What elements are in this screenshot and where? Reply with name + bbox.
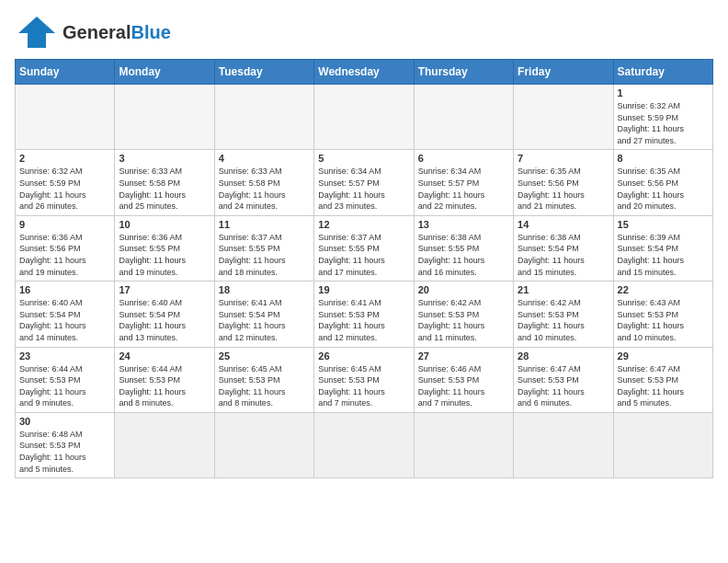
calendar-cell: 1Sunrise: 6:32 AM Sunset: 5:59 PM Daylig… bbox=[613, 85, 712, 150]
calendar-cell bbox=[214, 412, 313, 477]
day-info: Sunrise: 6:32 AM Sunset: 5:59 PM Dayligh… bbox=[618, 100, 709, 146]
day-number: 20 bbox=[418, 284, 509, 295]
day-number: 16 bbox=[19, 284, 110, 295]
calendar-cell: 11Sunrise: 6:37 AM Sunset: 5:55 PM Dayli… bbox=[214, 215, 313, 281]
day-info: Sunrise: 6:37 AM Sunset: 5:55 PM Dayligh… bbox=[219, 232, 310, 278]
calendar-cell: 28Sunrise: 6:47 AM Sunset: 5:53 PM Dayli… bbox=[514, 347, 613, 412]
day-info: Sunrise: 6:36 AM Sunset: 5:56 PM Dayligh… bbox=[19, 232, 110, 278]
day-info: Sunrise: 6:46 AM Sunset: 5:53 PM Dayligh… bbox=[418, 363, 509, 409]
calendar-cell: 6Sunrise: 6:34 AM Sunset: 5:57 PM Daylig… bbox=[414, 150, 513, 215]
day-number: 8 bbox=[618, 153, 709, 164]
calendar-cell: 17Sunrise: 6:40 AM Sunset: 5:54 PM Dayli… bbox=[115, 282, 214, 347]
calendar-cell: 3Sunrise: 6:33 AM Sunset: 5:58 PM Daylig… bbox=[115, 150, 214, 215]
calendar-cell: 25Sunrise: 6:45 AM Sunset: 5:53 PM Dayli… bbox=[214, 347, 313, 412]
calendar-cell bbox=[115, 412, 214, 477]
calendar-cell bbox=[115, 85, 214, 150]
calendar-cell: 4Sunrise: 6:33 AM Sunset: 5:58 PM Daylig… bbox=[214, 150, 313, 215]
calendar-week-5: 30Sunrise: 6:48 AM Sunset: 5:53 PM Dayli… bbox=[16, 412, 713, 477]
calendar-cell: 21Sunrise: 6:42 AM Sunset: 5:53 PM Dayli… bbox=[514, 282, 613, 347]
day-info: Sunrise: 6:34 AM Sunset: 5:57 PM Dayligh… bbox=[418, 166, 509, 212]
weekday-header-wednesday: Wednesday bbox=[314, 60, 414, 85]
day-number: 24 bbox=[119, 350, 210, 362]
calendar-week-2: 9Sunrise: 6:36 AM Sunset: 5:56 PM Daylig… bbox=[16, 215, 713, 281]
calendar-cell: 19Sunrise: 6:41 AM Sunset: 5:53 PM Dayli… bbox=[314, 282, 414, 347]
day-number: 2 bbox=[19, 153, 110, 164]
day-info: Sunrise: 6:35 AM Sunset: 5:56 PM Dayligh… bbox=[618, 166, 709, 212]
calendar-cell: 29Sunrise: 6:47 AM Sunset: 5:53 PM Dayli… bbox=[613, 347, 712, 412]
calendar-cell bbox=[414, 412, 513, 477]
svg-marker-0 bbox=[18, 17, 55, 48]
calendar-cell bbox=[514, 412, 613, 477]
day-number: 17 bbox=[119, 284, 210, 295]
day-info: Sunrise: 6:44 AM Sunset: 5:53 PM Dayligh… bbox=[119, 363, 210, 409]
day-info: Sunrise: 6:44 AM Sunset: 5:53 PM Dayligh… bbox=[19, 363, 110, 409]
day-number: 4 bbox=[219, 153, 310, 164]
weekday-header-friday: Friday bbox=[514, 60, 613, 85]
calendar-cell: 24Sunrise: 6:44 AM Sunset: 5:53 PM Dayli… bbox=[115, 347, 214, 412]
day-info: Sunrise: 6:38 AM Sunset: 5:54 PM Dayligh… bbox=[518, 232, 609, 278]
calendar-cell bbox=[514, 85, 613, 150]
logo-icon bbox=[15, 15, 59, 50]
day-number: 5 bbox=[318, 153, 409, 164]
calendar-cell bbox=[613, 412, 712, 477]
calendar-cell bbox=[314, 412, 414, 477]
day-info: Sunrise: 6:40 AM Sunset: 5:54 PM Dayligh… bbox=[19, 297, 110, 343]
day-info: Sunrise: 6:47 AM Sunset: 5:53 PM Dayligh… bbox=[518, 363, 609, 409]
day-number: 1 bbox=[618, 87, 709, 98]
day-info: Sunrise: 6:38 AM Sunset: 5:55 PM Dayligh… bbox=[418, 232, 509, 278]
day-number: 26 bbox=[318, 350, 409, 362]
calendar-week-1: 2Sunrise: 6:32 AM Sunset: 5:59 PM Daylig… bbox=[16, 150, 713, 215]
day-number: 6 bbox=[418, 153, 509, 164]
calendar-cell: 13Sunrise: 6:38 AM Sunset: 5:55 PM Dayli… bbox=[414, 215, 513, 281]
day-info: Sunrise: 6:32 AM Sunset: 5:59 PM Dayligh… bbox=[19, 166, 110, 212]
calendar-week-0: 1Sunrise: 6:32 AM Sunset: 5:59 PM Daylig… bbox=[16, 85, 713, 150]
calendar-cell: 2Sunrise: 6:32 AM Sunset: 5:59 PM Daylig… bbox=[16, 150, 115, 215]
calendar-cell bbox=[414, 85, 513, 150]
day-info: Sunrise: 6:48 AM Sunset: 5:53 PM Dayligh… bbox=[19, 429, 110, 475]
day-info: Sunrise: 6:43 AM Sunset: 5:53 PM Dayligh… bbox=[618, 297, 709, 343]
calendar-cell: 10Sunrise: 6:36 AM Sunset: 5:55 PM Dayli… bbox=[115, 215, 214, 281]
calendar-cell: 7Sunrise: 6:35 AM Sunset: 5:56 PM Daylig… bbox=[514, 150, 613, 215]
calendar-cell bbox=[16, 85, 115, 150]
logo: GeneralBlue bbox=[15, 15, 171, 50]
day-info: Sunrise: 6:36 AM Sunset: 5:55 PM Dayligh… bbox=[119, 232, 210, 278]
calendar-cell: 16Sunrise: 6:40 AM Sunset: 5:54 PM Dayli… bbox=[16, 282, 115, 347]
calendar-cell: 12Sunrise: 6:37 AM Sunset: 5:55 PM Dayli… bbox=[314, 215, 414, 281]
calendar-week-4: 23Sunrise: 6:44 AM Sunset: 5:53 PM Dayli… bbox=[16, 347, 713, 412]
calendar-cell: 14Sunrise: 6:38 AM Sunset: 5:54 PM Dayli… bbox=[514, 215, 613, 281]
calendar-cell: 30Sunrise: 6:48 AM Sunset: 5:53 PM Dayli… bbox=[16, 412, 115, 477]
day-number: 7 bbox=[518, 153, 609, 164]
calendar-cell: 15Sunrise: 6:39 AM Sunset: 5:54 PM Dayli… bbox=[613, 215, 712, 281]
day-info: Sunrise: 6:39 AM Sunset: 5:54 PM Dayligh… bbox=[618, 232, 709, 278]
calendar-cell: 20Sunrise: 6:42 AM Sunset: 5:53 PM Dayli… bbox=[414, 282, 513, 347]
day-number: 27 bbox=[418, 350, 509, 362]
calendar-table: SundayMondayTuesdayWednesdayThursdayFrid… bbox=[15, 59, 713, 478]
calendar-week-3: 16Sunrise: 6:40 AM Sunset: 5:54 PM Dayli… bbox=[16, 282, 713, 347]
day-number: 12 bbox=[318, 219, 409, 230]
weekday-header-saturday: Saturday bbox=[613, 60, 712, 85]
weekday-header-row: SundayMondayTuesdayWednesdayThursdayFrid… bbox=[16, 60, 713, 85]
day-number: 18 bbox=[219, 284, 310, 295]
calendar-cell bbox=[314, 85, 414, 150]
day-number: 29 bbox=[618, 350, 709, 362]
page-header: GeneralBlue bbox=[15, 15, 713, 50]
calendar-cell bbox=[214, 85, 313, 150]
weekday-header-tuesday: Tuesday bbox=[214, 60, 313, 85]
day-number: 21 bbox=[518, 284, 609, 295]
day-number: 9 bbox=[19, 219, 110, 230]
day-number: 30 bbox=[19, 416, 110, 427]
day-number: 28 bbox=[518, 350, 609, 362]
calendar-cell: 18Sunrise: 6:41 AM Sunset: 5:54 PM Dayli… bbox=[214, 282, 313, 347]
day-number: 25 bbox=[219, 350, 310, 362]
day-number: 23 bbox=[19, 350, 110, 362]
day-info: Sunrise: 6:33 AM Sunset: 5:58 PM Dayligh… bbox=[219, 166, 310, 212]
weekday-header-monday: Monday bbox=[115, 60, 214, 85]
day-info: Sunrise: 6:35 AM Sunset: 5:56 PM Dayligh… bbox=[518, 166, 609, 212]
calendar-cell: 5Sunrise: 6:34 AM Sunset: 5:57 PM Daylig… bbox=[314, 150, 414, 215]
day-info: Sunrise: 6:45 AM Sunset: 5:53 PM Dayligh… bbox=[219, 363, 310, 409]
logo-text: GeneralBlue bbox=[63, 22, 171, 42]
day-info: Sunrise: 6:40 AM Sunset: 5:54 PM Dayligh… bbox=[119, 297, 210, 343]
calendar-cell: 26Sunrise: 6:45 AM Sunset: 5:53 PM Dayli… bbox=[314, 347, 414, 412]
day-number: 22 bbox=[618, 284, 709, 295]
day-number: 11 bbox=[219, 219, 310, 230]
